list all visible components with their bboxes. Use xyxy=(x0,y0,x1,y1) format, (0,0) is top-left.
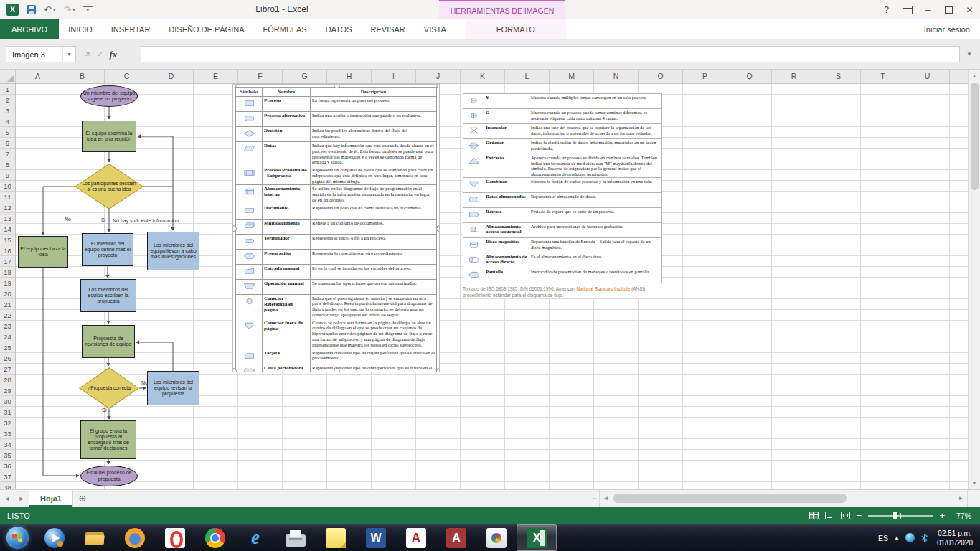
tab-archivo[interactable]: ARCHIVO xyxy=(0,19,59,39)
row-header-2[interactable]: 2 xyxy=(0,95,15,105)
maximize-button[interactable] xyxy=(938,0,959,19)
row-header-5[interactable]: 5 xyxy=(0,127,15,138)
row-header-18[interactable]: 18 xyxy=(0,267,15,278)
column-header-S[interactable]: S xyxy=(816,70,861,83)
flowchart-node-decide1[interactable]: Los participantes deciden si es una buen… xyxy=(75,164,143,209)
column-header-D[interactable]: D xyxy=(149,70,194,83)
sheet-nav-right-icon[interactable]: ► xyxy=(14,490,29,507)
column-header-J[interactable]: J xyxy=(416,70,461,83)
column-header-F[interactable]: F xyxy=(238,70,283,83)
expand-formula-bar-icon[interactable]: ▼ xyxy=(962,46,976,62)
tab-scroll-splitter[interactable]: ∙∙ xyxy=(92,490,599,507)
row-header-1[interactable]: 1 xyxy=(0,84,15,95)
ribbon-display-options-button[interactable] xyxy=(897,0,918,19)
formula-input[interactable] xyxy=(141,46,960,62)
zoom-out-icon[interactable]: − xyxy=(857,511,862,520)
row-header-25[interactable]: 25 xyxy=(0,342,15,353)
zoom-in-icon[interactable]: + xyxy=(939,511,945,520)
flowchart-node-decide2[interactable]: ¿Propuesta correcta xyxy=(79,367,139,409)
row-header-13[interactable]: 13 xyxy=(0,213,15,224)
scroll-right-icon[interactable]: ► xyxy=(955,495,967,501)
selected-image-symbols-table[interactable]: Símbolo Nombre Descripción ProcesoLa for… xyxy=(233,85,439,372)
save-icon[interactable] xyxy=(27,5,36,14)
fax-icon[interactable] xyxy=(275,524,316,551)
row-header-30[interactable]: 30 xyxy=(0,396,15,407)
excel-icon[interactable] xyxy=(517,524,557,551)
row-header-3[interactable]: 3 xyxy=(0,105,15,116)
customize-quick-access-icon[interactable]: ▾ xyxy=(83,6,93,14)
tab-datos[interactable]: DATOS xyxy=(316,19,362,39)
tab-diseño-de-página[interactable]: DISEÑO DE PÁGINA xyxy=(159,19,253,39)
row-header-16[interactable]: 16 xyxy=(0,245,15,256)
photo-viewer-icon[interactable] xyxy=(476,524,517,551)
start-button[interactable] xyxy=(0,524,34,551)
help-button[interactable]: ? xyxy=(876,0,897,19)
taskbar-clock[interactable]: 02:51 p.m. 01/01/2020 xyxy=(937,529,973,547)
row-header-31[interactable]: 31 xyxy=(0,407,15,418)
row-header-33[interactable]: 33 xyxy=(0,428,15,439)
horizontal-scroll-track[interactable] xyxy=(612,492,955,504)
scroll-left-ic6on[interactable]: ◄ xyxy=(600,495,612,501)
zoom-slider-thumb[interactable] xyxy=(893,512,897,519)
flowchart-node-revise[interactable]: Los miembros del equipo revisan la propu… xyxy=(147,371,199,405)
language-indicator[interactable]: ES xyxy=(878,534,888,542)
page-layout-view-icon[interactable] xyxy=(825,512,834,519)
tab-fórmulas[interactable]: FÓRMULAS xyxy=(254,19,316,39)
column-header-K[interactable]: K xyxy=(461,70,505,83)
flowchart-node-examine[interactable]: El equipo examina la idea en una reunión xyxy=(82,121,136,152)
flowchart-node-write[interactable]: Los miembros del equipo escriben la prop… xyxy=(80,279,136,312)
media-player-icon[interactable] xyxy=(34,524,75,551)
tab-revisar[interactable]: REVISAR xyxy=(362,19,415,39)
scroll-up-icon[interactable]: ▲ xyxy=(969,70,980,82)
row-header-21[interactable]: 21 xyxy=(0,299,15,310)
selection-handle[interactable] xyxy=(436,225,439,232)
flowchart-node-start[interactable]: Un miembro del equipo sugiere un proyect… xyxy=(80,85,138,107)
excel-app-icon[interactable]: X xyxy=(6,4,19,16)
zoom-slider[interactable] xyxy=(868,515,933,517)
tab-insertar[interactable]: INSERTAR xyxy=(102,19,160,39)
cancel-icon[interactable]: ✕ xyxy=(85,50,91,59)
column-header-R[interactable]: R xyxy=(772,70,816,83)
column-header-P[interactable]: P xyxy=(683,70,727,83)
row-header-37[interactable]: 37 xyxy=(0,471,15,482)
row-header-38[interactable]: 38 xyxy=(0,482,15,489)
row-header-24[interactable]: 24 xyxy=(0,331,15,342)
flowchart-node-research[interactable]: Los miembros del equipo llevan a cabo má… xyxy=(147,232,199,270)
column-header-M[interactable]: M xyxy=(550,70,594,83)
word-icon[interactable] xyxy=(356,524,396,551)
select-all-corner[interactable] xyxy=(0,70,16,83)
redo-button[interactable]: ↷▾ xyxy=(63,4,75,15)
normal-view-icon[interactable] xyxy=(809,512,819,519)
bluetooth-icon[interactable] xyxy=(920,533,928,543)
row-header-9[interactable]: 9 xyxy=(0,170,15,181)
column-header-Q[interactable]: Q xyxy=(727,70,772,83)
row-header-35[interactable]: 35 xyxy=(0,450,15,461)
undo-button[interactable]: ↶▾ xyxy=(44,4,55,15)
row-header-17[interactable]: 17 xyxy=(0,256,15,267)
column-header-E[interactable]: E xyxy=(194,70,238,83)
selection-handle[interactable] xyxy=(436,368,439,372)
page-break-preview-icon[interactable] xyxy=(841,512,850,519)
flowchart-node-define[interactable]: El miembro del equipo define más el proy… xyxy=(82,233,133,266)
minimize-button[interactable]: ─ xyxy=(918,0,938,19)
tab-formato[interactable]: FORMATO xyxy=(487,19,545,39)
explorer-icon[interactable] xyxy=(75,524,115,551)
sheet-nav-left-icon[interactable]: ◄ xyxy=(0,490,14,507)
opera-icon[interactable] xyxy=(155,524,195,551)
row-header-12[interactable]: 12 xyxy=(0,202,15,213)
zoom-level[interactable]: 77% xyxy=(951,512,971,520)
row-header-23[interactable]: 23 xyxy=(0,321,15,331)
insert-function-icon[interactable]: fx xyxy=(109,49,117,60)
selection-handle[interactable] xyxy=(334,368,340,372)
new-sheet-icon[interactable]: ⊕ xyxy=(73,490,92,507)
name-box-dropdown-icon[interactable]: ▼ xyxy=(62,47,75,62)
column-header-T[interactable]: T xyxy=(861,70,905,83)
image-ansi-symbols-table[interactable]: YMuestra cuando múltiples ramas converge… xyxy=(463,93,662,298)
row-header-32[interactable]: 32 xyxy=(0,418,15,428)
column-header-O[interactable]: O xyxy=(639,70,683,83)
row-header-27[interactable]: 27 xyxy=(0,364,15,375)
row-header-26[interactable]: 26 xyxy=(0,353,15,364)
enter-icon[interactable]: ✓ xyxy=(97,50,103,59)
row-header-20[interactable]: 20 xyxy=(0,288,15,299)
row-header-11[interactable]: 11 xyxy=(0,192,15,202)
